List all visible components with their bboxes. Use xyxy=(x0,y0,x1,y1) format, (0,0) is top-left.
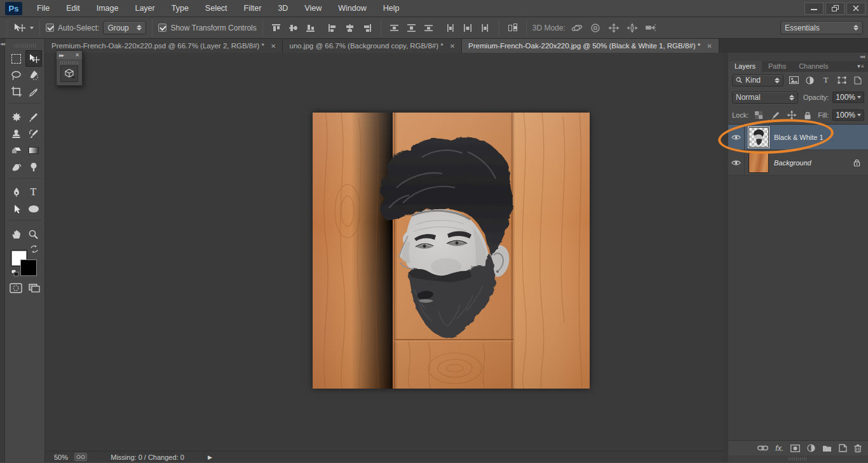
layer-name[interactable]: Background xyxy=(774,159,811,167)
distribute-top-edges-button[interactable] xyxy=(387,21,402,35)
layer-thumbnail[interactable] xyxy=(749,153,769,173)
layer-style-button[interactable]: fx. xyxy=(775,444,783,453)
ellipse-tool[interactable] xyxy=(25,200,42,217)
delete-layer-icon[interactable] xyxy=(854,444,862,452)
3d-rotate-icon[interactable] xyxy=(569,21,585,35)
floating-panel[interactable]: ▶▶ ✕ xyxy=(56,50,83,86)
document-canvas[interactable] xyxy=(313,113,590,389)
align-top-edges-button[interactable] xyxy=(269,21,284,35)
expand-panel-icon[interactable]: ▶▶ xyxy=(59,53,64,57)
auto-select-checkbox[interactable] xyxy=(46,24,54,32)
workspace-switcher[interactable]: Essentials xyxy=(780,21,863,34)
panel-resize-grip[interactable] xyxy=(728,455,868,462)
screen-mode-button[interactable] xyxy=(28,283,41,295)
move-tool[interactable] xyxy=(25,50,42,67)
close-button[interactable] xyxy=(846,3,865,15)
document-tab-2[interactable]: uno.jpg @ 66.7% (Background copy, RGB/8#… xyxy=(283,39,462,53)
distribute-bottom-edges-button[interactable] xyxy=(421,21,437,35)
swap-colors-icon[interactable] xyxy=(30,245,39,253)
distribute-left-edges-button[interactable] xyxy=(444,21,459,35)
3d-slide-icon[interactable] xyxy=(625,21,640,35)
distribute-vertical-centers-button[interactable] xyxy=(404,21,419,35)
panel-collapse[interactable]: ◀◀ xyxy=(728,53,868,61)
crop-tool[interactable] xyxy=(8,83,25,100)
menu-image[interactable]: Image xyxy=(88,0,127,17)
quick-selection-tool[interactable] xyxy=(25,67,42,83)
align-left-edges-button[interactable] xyxy=(325,21,341,35)
distribute-horizontal-centers-button[interactable] xyxy=(461,21,476,35)
healing-brush-tool[interactable] xyxy=(8,109,25,125)
menu-layer[interactable]: Layer xyxy=(126,0,163,17)
lasso-tool[interactable] xyxy=(8,67,25,83)
zoom-tool[interactable] xyxy=(25,226,42,242)
lock-all-icon[interactable] xyxy=(801,109,814,121)
tab-close-icon[interactable]: ✕ xyxy=(707,43,712,50)
eraser-tool[interactable] xyxy=(8,142,25,158)
zoom-level[interactable]: 50% xyxy=(54,453,68,461)
tab-channels[interactable]: Channels xyxy=(792,61,834,72)
pen-tool[interactable] xyxy=(8,184,25,200)
background-color[interactable] xyxy=(20,259,37,276)
drive-status-icon[interactable] xyxy=(74,453,87,461)
close-panel-icon[interactable]: ✕ xyxy=(75,52,79,58)
tab-close-icon[interactable]: ✕ xyxy=(450,43,455,50)
align-bottom-edges-button[interactable] xyxy=(303,21,318,35)
show-transform-checkbox[interactable] xyxy=(158,24,166,32)
align-vertical-centers-button[interactable] xyxy=(286,21,301,35)
new-group-icon[interactable] xyxy=(822,445,832,452)
panel-grip[interactable] xyxy=(60,61,78,64)
visibility-toggle[interactable] xyxy=(728,125,745,149)
panel-menu-icon[interactable]: ▼≡ xyxy=(856,61,868,72)
minimize-button[interactable] xyxy=(804,3,824,15)
auto-select-target-dropdown[interactable]: Group xyxy=(103,21,146,34)
menu-window[interactable]: Window xyxy=(330,0,374,17)
menu-edit[interactable]: Edit xyxy=(58,0,88,17)
tab-paths[interactable]: Paths xyxy=(762,61,792,72)
new-adjustment-layer-icon[interactable] xyxy=(807,444,815,452)
fill-field[interactable]: 100% xyxy=(832,109,864,121)
filter-kind-dropdown[interactable]: Kind xyxy=(732,74,783,86)
smudge-tool[interactable] xyxy=(8,158,25,175)
restore-button[interactable] xyxy=(825,3,844,15)
lock-position-icon[interactable] xyxy=(785,109,798,121)
filter-pixel-layers-icon[interactable] xyxy=(787,74,799,86)
brush-tool[interactable] xyxy=(25,109,42,125)
filter-shape-layers-icon[interactable] xyxy=(836,74,848,86)
collapsed-panel-button[interactable] xyxy=(60,66,78,82)
default-colors-icon[interactable] xyxy=(11,269,19,277)
visibility-toggle[interactable] xyxy=(728,150,745,175)
link-layers-icon[interactable] xyxy=(757,445,768,451)
3d-roll-icon[interactable] xyxy=(588,21,603,35)
status-text[interactable]: Missing: 0 / Changed: 0 xyxy=(93,453,201,462)
menu-type[interactable]: Type xyxy=(163,0,197,17)
3d-drag-icon[interactable] xyxy=(606,21,621,35)
lock-transparency-icon[interactable] xyxy=(752,109,765,121)
path-selection-tool[interactable] xyxy=(8,200,25,217)
clone-stamp-tool[interactable] xyxy=(8,125,25,142)
menu-3d[interactable]: 3D xyxy=(269,0,296,17)
distribute-right-edges-button[interactable] xyxy=(478,21,493,35)
eyedropper-tool[interactable] xyxy=(25,83,42,100)
menu-filter[interactable]: Filter xyxy=(236,0,270,17)
filter-smart-objects-icon[interactable] xyxy=(852,74,864,86)
move-tool-preset[interactable] xyxy=(12,23,34,33)
toolbar-grip[interactable] xyxy=(14,44,36,48)
3d-zoom-icon[interactable] xyxy=(643,21,658,35)
filter-adjustment-layers-icon[interactable] xyxy=(804,74,816,86)
gradient-tool[interactable] xyxy=(25,142,42,158)
quick-mask-button[interactable] xyxy=(10,283,22,295)
opacity-field[interactable]: 100% xyxy=(832,92,864,103)
new-layer-icon[interactable] xyxy=(839,444,847,452)
left-dock-collapse[interactable]: ◀◀ xyxy=(0,39,5,462)
blend-mode-dropdown[interactable]: Normal xyxy=(732,92,798,104)
lock-pixels-icon[interactable] xyxy=(769,109,782,121)
menu-select[interactable]: Select xyxy=(197,0,236,17)
history-brush-tool[interactable] xyxy=(25,125,42,142)
status-menu-arrow-icon[interactable]: ▶ xyxy=(208,454,212,460)
layer-name[interactable]: Black & White 1 xyxy=(774,134,824,141)
align-horizontal-centers-button[interactable] xyxy=(342,21,358,35)
add-mask-icon[interactable] xyxy=(790,445,800,452)
auto-align-layers-button[interactable] xyxy=(505,21,520,35)
menu-help[interactable]: Help xyxy=(375,0,408,17)
layer-thumbnail[interactable] xyxy=(749,127,769,148)
